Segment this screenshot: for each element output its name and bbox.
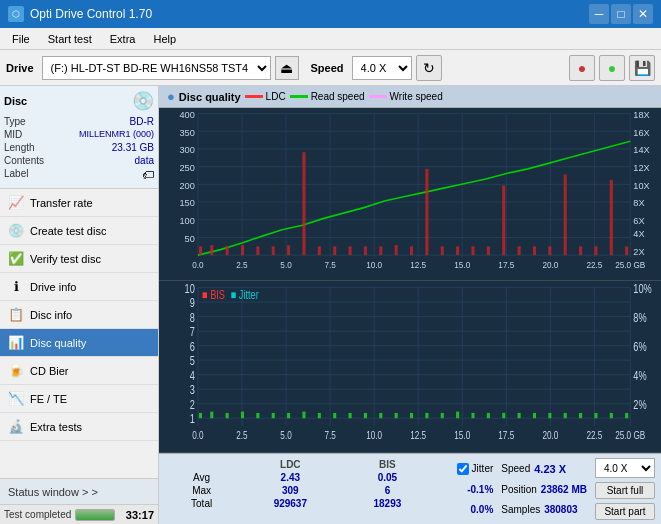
disc-label-icon[interactable]: 🏷 xyxy=(142,168,154,182)
svg-text:7: 7 xyxy=(190,325,195,338)
nav-fe-te[interactable]: 📉 FE / TE xyxy=(0,385,158,413)
svg-rect-138 xyxy=(349,412,352,417)
menu-extra[interactable]: Extra xyxy=(102,31,144,47)
progress-area: Test completed 33:17 xyxy=(0,504,158,524)
maximize-button[interactable]: □ xyxy=(611,4,631,24)
stats-avg-label: Avg xyxy=(165,471,238,484)
svg-rect-152 xyxy=(564,412,567,417)
toolbar: Drive (F:) HL-DT-ST BD-RE WH16NS58 TST4 … xyxy=(0,50,661,86)
svg-text:16X: 16X xyxy=(633,126,650,137)
menu-help[interactable]: Help xyxy=(145,31,184,47)
svg-rect-75 xyxy=(594,246,597,255)
stats-row-max: Max 309 6 xyxy=(165,484,453,497)
close-button[interactable]: ✕ xyxy=(633,4,653,24)
menu-bar: File Start test Extra Help xyxy=(0,28,661,50)
svg-rect-78 xyxy=(159,281,661,453)
disc-info-icon: 📋 xyxy=(8,307,24,323)
disc-icon: 💿 xyxy=(132,90,154,112)
svg-rect-74 xyxy=(579,246,582,255)
svg-text:12.5: 12.5 xyxy=(410,260,426,270)
chart-header: ● Disc quality LDC Read speed Write spee… xyxy=(159,86,661,108)
svg-rect-50 xyxy=(210,245,213,255)
svg-rect-73 xyxy=(564,174,567,255)
stats-max-label: Max xyxy=(165,484,238,497)
svg-text:8: 8 xyxy=(190,310,195,323)
drive-select[interactable]: (F:) HL-DT-ST BD-RE WH16NS58 TST4 xyxy=(42,56,271,80)
nav-create-test-disc[interactable]: 💿 Create test disc xyxy=(0,217,158,245)
speed-info-label: Speed xyxy=(501,463,530,474)
svg-text:2: 2 xyxy=(190,397,195,410)
jitter-label: Jitter xyxy=(472,463,494,474)
menu-file[interactable]: File xyxy=(4,31,38,47)
legend-read-speed-label: Read speed xyxy=(311,91,365,102)
svg-rect-67 xyxy=(471,246,474,255)
disc-contents-label: Contents xyxy=(4,155,44,166)
svg-rect-56 xyxy=(302,152,305,255)
legend-write-speed: Write speed xyxy=(369,91,443,102)
chart-title: Disc quality xyxy=(179,91,241,103)
refresh-button[interactable]: ↻ xyxy=(416,55,442,81)
top-chart: 400 350 300 250 200 150 100 50 18X 16X 1… xyxy=(159,108,661,281)
save-button[interactable]: 💾 xyxy=(629,55,655,81)
progress-label: Test completed xyxy=(4,509,71,520)
svg-text:5: 5 xyxy=(190,354,195,367)
nav-disc-info-label: Disc info xyxy=(30,309,72,321)
minimize-button[interactable]: ─ xyxy=(589,4,609,24)
svg-rect-129 xyxy=(210,411,213,418)
jitter-checkbox-area[interactable]: Jitter xyxy=(457,463,494,475)
svg-rect-148 xyxy=(502,412,505,417)
status-window-button[interactable]: Status window > > xyxy=(0,478,158,504)
nav-transfer-rate[interactable]: 📈 Transfer rate xyxy=(0,189,158,217)
position-info: Position 23862 MB xyxy=(501,484,587,495)
svg-rect-60 xyxy=(364,246,367,255)
svg-text:10X: 10X xyxy=(633,179,650,190)
nav-drive-info[interactable]: ℹ Drive info xyxy=(0,273,158,301)
svg-text:2.5: 2.5 xyxy=(236,260,248,270)
svg-rect-72 xyxy=(548,246,551,255)
nav-disc-info[interactable]: 📋 Disc info xyxy=(0,301,158,329)
legend-write-speed-label: Write speed xyxy=(390,91,443,102)
svg-text:4%: 4% xyxy=(633,368,647,381)
svg-text:350: 350 xyxy=(179,126,194,137)
app-icon: ⬡ xyxy=(8,6,24,22)
menu-start-test[interactable]: Start test xyxy=(40,31,100,47)
jitter-checkbox[interactable] xyxy=(457,463,469,475)
svg-text:6X: 6X xyxy=(633,215,645,226)
start-part-button[interactable]: Start part xyxy=(595,503,655,520)
stats-area: LDC BIS Avg 2.43 0.05 Max xyxy=(159,453,661,524)
nav-verify-test-disc[interactable]: ✅ Verify test disc xyxy=(0,245,158,273)
svg-rect-55 xyxy=(287,245,290,255)
green-disc-button[interactable]: ● xyxy=(599,55,625,81)
svg-text:25.0 GB: 25.0 GB xyxy=(615,260,645,270)
red-disc-button[interactable]: ● xyxy=(569,55,595,81)
svg-text:5.0: 5.0 xyxy=(280,260,292,270)
stats-speed-select[interactable]: 4.0 X xyxy=(595,458,655,478)
svg-rect-153 xyxy=(579,412,582,417)
svg-rect-64 xyxy=(425,169,428,255)
speed-info-value: 4.23 X xyxy=(534,463,566,475)
charts-area: 400 350 300 250 200 150 100 50 18X 16X 1… xyxy=(159,108,661,453)
svg-text:250: 250 xyxy=(179,162,194,173)
start-full-button[interactable]: Start full xyxy=(595,482,655,499)
svg-text:7.5: 7.5 xyxy=(324,260,336,270)
speed-select[interactable]: 4.0 X xyxy=(352,56,412,80)
svg-text:■ Jitter: ■ Jitter xyxy=(231,288,259,301)
position-value: 23862 MB xyxy=(541,484,587,495)
legend-ldc: LDC xyxy=(245,91,286,102)
nav-transfer-rate-label: Transfer rate xyxy=(30,197,93,209)
nav-cd-bier[interactable]: 🍺 CD Bier xyxy=(0,357,158,385)
window-controls: ─ □ ✕ xyxy=(589,4,653,24)
create-disc-icon: 💿 xyxy=(8,223,24,239)
svg-text:400: 400 xyxy=(179,109,194,120)
stats-row-avg: Avg 2.43 0.05 xyxy=(165,471,453,484)
svg-rect-59 xyxy=(349,246,352,255)
svg-text:9: 9 xyxy=(190,296,195,309)
speed-info: Speed 4.23 X xyxy=(501,463,587,475)
disc-mid-label: MID xyxy=(4,129,22,140)
svg-text:15.0: 15.0 xyxy=(454,429,470,441)
nav-extra-tests[interactable]: 🔬 Extra tests xyxy=(0,413,158,441)
eject-button[interactable]: ⏏ xyxy=(275,56,299,80)
nav-disc-quality[interactable]: 📊 Disc quality xyxy=(0,329,158,357)
svg-text:12X: 12X xyxy=(633,162,650,173)
svg-rect-136 xyxy=(318,412,321,417)
